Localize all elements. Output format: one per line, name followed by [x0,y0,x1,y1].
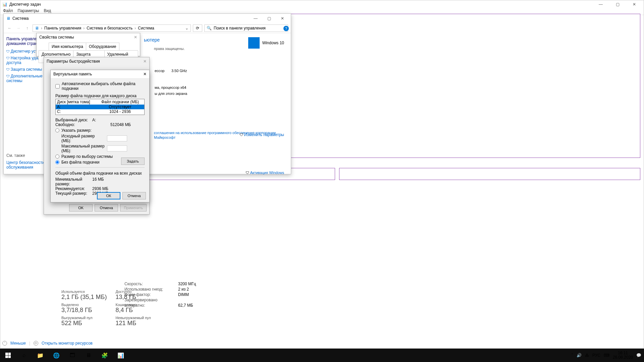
taskmgr-icon: 📊 [2,2,7,7]
initial-size-label: Исходный размер (МБ): [61,134,105,143]
notifications-icon[interactable]: 💬 [636,353,641,358]
app-icon[interactable]: 🗔 [64,349,80,362]
search-placeholder: Поиск в панели управления [214,26,266,31]
chevron-down-icon[interactable]: ⌄ [185,26,189,31]
keyboard-icon[interactable]: ⌨ [604,353,609,358]
dialog-title: Свойства системы [39,35,74,40]
cancel-button[interactable]: Отмена [122,192,146,199]
tray-chevron-icon[interactable]: ˄ [571,353,573,358]
resource-monitor-icon: ⟳ [34,341,38,346]
language-indicator[interactable]: РУС [592,353,600,358]
close-icon[interactable]: ✕ [134,35,137,40]
volume-icon[interactable]: 🔊 [577,353,582,358]
start-button[interactable] [0,349,16,362]
forward-button[interactable]: → [15,26,22,31]
max-size-input [107,145,127,152]
address-bar[interactable]: 🖥 › Панель управления › Система и безопа… [33,24,191,32]
help-icon[interactable]: ? [283,26,289,31]
tab-computer-name[interactable]: Имя компьютера [49,43,86,50]
collapse-icon[interactable]: ˄ [2,341,7,346]
tab-hardware[interactable]: Оборудование [86,43,119,50]
chrome-icon[interactable]: 🌐 [48,349,64,362]
cancel-button[interactable]: Отмена [95,204,118,212]
taskbar: ⌕ 📁 🌐 🗔 🖥 🧩 📊 ˄ 🔊 🖧 РУС ⌨ 16:1126.08.202… [0,349,644,362]
search-button[interactable]: ⌕ [16,349,32,362]
ok-button[interactable]: ОК [97,192,120,199]
open-resource-monitor-link[interactable]: Открыть монитор ресурсов [42,341,93,346]
system-properties-dialog: Свойства системы ✕ Имя компьютера Оборуд… [36,33,140,56]
activate-windows-link[interactable]: 🛡 Активация Windows [246,171,284,175]
breadcrumb[interactable]: Система [138,26,154,31]
memory-stats: Используется2,1 ГБ (35,1 МБ) Доступно13,… [61,288,640,328]
explorer-icon[interactable]: 📁 [32,349,48,362]
close-button[interactable]: ✕ [627,0,642,8]
app-icon[interactable]: 🖥 [80,349,97,362]
dialog-title: Параметры быстродействия [47,59,100,64]
radio-custom-size[interactable]: Указать размер: [55,128,145,133]
back-button[interactable]: ← [6,26,13,31]
app-icon[interactable]: 🧩 [97,349,113,362]
virtual-memory-dialog: Виртуальная память ✕ Автоматически выбир… [50,70,150,202]
minimize-button[interactable]: — [250,15,261,22]
network-icon[interactable]: 🖧 [585,353,589,358]
drive-list-heading: Размер файла подкачки для каждого диска [55,94,145,98]
initial-size-input [107,135,127,141]
up-button[interactable]: ↑ [24,26,31,31]
close-icon[interactable]: ✕ [143,72,147,76]
change-settings-link[interactable]: 🛡 Изменить параметры [239,132,284,137]
fewer-details-link[interactable]: Меньше [10,341,26,346]
control-panel-icon: 🖥 [35,26,39,31]
composition-graph-2 [339,168,640,180]
taskmgr-icon[interactable]: 📊 [113,349,129,362]
drive-list[interactable]: Диск [метка тома]Файл подкачки (МБ) A:От… [55,99,145,115]
breadcrumb[interactable]: Панель управления [44,26,81,31]
windows-logo: Windows 10 [248,37,284,49]
max-size-label: Максимальный размер (МБ): [61,144,105,153]
clock[interactable]: 16:1126.08.2020 [613,351,633,360]
breadcrumb[interactable]: Система и безопасность [87,26,132,31]
apply-button: Применить [120,204,147,212]
dialog-title: Виртуальная память [53,72,92,76]
maximize-button[interactable]: ▢ [263,15,275,22]
system-icon: 🖥 [6,16,10,21]
system-title: Система [12,16,29,21]
drive-row: C:1024 - 2936 [56,109,144,114]
total-heading: Общий объем файла подкачки на всех диска… [55,171,145,176]
search-input[interactable]: 🔍 Поиск в панели управления [204,24,288,32]
set-button[interactable]: Задать [121,158,145,165]
taskmgr-title: Диспетчер задач [9,2,41,7]
refresh-button[interactable]: ⟳ [193,24,202,32]
auto-manage-checkbox[interactable]: Автоматически выбирать объем файла подка… [55,81,145,91]
close-icon[interactable]: ✕ [143,59,147,64]
drive-row: A:Отсутствует [56,105,144,109]
minimize-button[interactable]: — [593,0,608,8]
search-icon: 🔍 [207,26,212,31]
ok-button[interactable]: OK [69,204,93,212]
maximize-button[interactable]: ▢ [610,0,625,8]
close-button[interactable]: ✕ [277,15,288,22]
